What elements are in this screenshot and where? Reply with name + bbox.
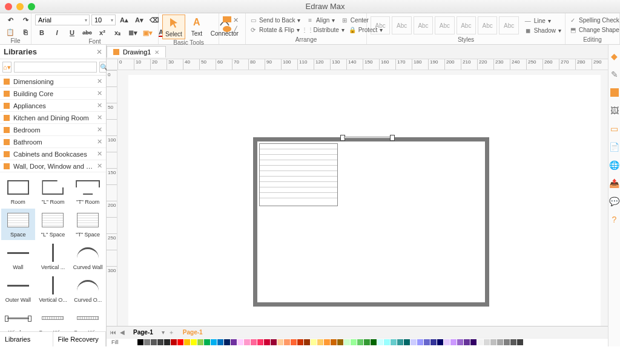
change-shape-icon[interactable]: ⬒ (569, 26, 576, 33)
space-shape[interactable] (259, 143, 338, 206)
color-swatch[interactable] (444, 339, 450, 345)
color-swatch[interactable] (377, 339, 383, 345)
color-swatch[interactable] (397, 339, 403, 345)
color-swatch[interactable] (457, 339, 463, 345)
library-shape[interactable]: "L" Room (36, 176, 70, 207)
color-swatch[interactable] (331, 339, 337, 345)
library-shape[interactable]: Window (1, 307, 35, 331)
color-swatch[interactable] (131, 339, 137, 345)
color-swatch[interactable] (450, 339, 457, 345)
bullets-icon[interactable]: ≣▾ (126, 27, 139, 38)
paste-icon[interactable]: 📋 (4, 27, 17, 37)
line-shape-icon[interactable]: ╱ (233, 26, 237, 34)
canvas[interactable]: 050100150200250300 (107, 70, 608, 326)
rect-shape-icon[interactable] (223, 16, 231, 22)
library-category[interactable]: Wall, Door, Window and Structure✕ (0, 160, 106, 172)
align-icon[interactable]: ≡ (306, 16, 314, 24)
room-shape[interactable] (253, 137, 489, 307)
superscript-icon[interactable]: x² (96, 27, 109, 38)
color-swatch[interactable] (171, 339, 177, 345)
document-tab[interactable]: Drawing1 ✕ (107, 46, 166, 57)
color-swatch[interactable] (437, 339, 443, 345)
color-swatch[interactable] (284, 339, 290, 345)
fill-tool-icon[interactable]: ◆ (609, 51, 620, 62)
spellcheck-icon[interactable]: ✓ (569, 16, 576, 24)
library-shape[interactable]: "T" Room (71, 176, 105, 207)
help-icon[interactable]: ? (609, 214, 620, 225)
library-shape[interactable]: Vertical ... (36, 241, 70, 273)
style-preset[interactable]: Abc (478, 16, 497, 34)
underline-button[interactable]: U (65, 27, 79, 38)
decrease-font-icon[interactable]: A▾ (133, 15, 146, 25)
color-swatch[interactable] (470, 339, 477, 345)
color-swatch[interactable] (184, 339, 190, 345)
style-preset[interactable]: Abc (499, 16, 518, 34)
library-shape[interactable]: Wall (1, 241, 35, 273)
color-swatch[interactable] (244, 339, 250, 345)
page-prev-icon[interactable]: ◀ (120, 329, 125, 336)
color-swatch[interactable] (251, 339, 257, 345)
library-shape[interactable]: Outer Wall (1, 274, 35, 305)
color-swatch[interactable] (477, 339, 483, 345)
page-setup-icon[interactable]: 📄 (609, 141, 620, 152)
door-shape[interactable] (340, 135, 395, 141)
highlight-icon[interactable]: ▣▾ (141, 27, 154, 38)
library-shape[interactable]: Open Win... (71, 307, 105, 331)
drawing-page[interactable] (128, 75, 601, 326)
color-swatch[interactable] (231, 339, 237, 345)
font-family-select[interactable]: Arial (35, 15, 90, 25)
library-shape[interactable]: Space (1, 209, 35, 240)
color-swatch[interactable] (277, 339, 283, 345)
add-page-icon[interactable]: ＋ (168, 328, 174, 337)
color-swatch[interactable] (364, 339, 370, 345)
page-tab[interactable]: Page-1 (128, 328, 158, 337)
library-shape[interactable]: Curved Wall (71, 241, 105, 273)
library-category[interactable]: Dimensioning✕ (0, 76, 106, 88)
color-swatch[interactable] (177, 339, 183, 345)
color-swatch[interactable] (391, 339, 397, 345)
library-shape[interactable]: "T" Space (71, 209, 105, 240)
close-tab-icon[interactable]: ✕ (154, 49, 159, 56)
strike-button[interactable]: abc (81, 27, 94, 38)
color-swatch[interactable] (264, 339, 270, 345)
library-category[interactable]: Bathroom✕ (0, 136, 106, 148)
delete-icon[interactable]: ✕ (233, 16, 239, 24)
libraries-tab[interactable]: Libraries (0, 332, 53, 346)
color-swatch[interactable] (237, 339, 243, 345)
subscript-icon[interactable]: x₂ (111, 27, 124, 38)
color-swatch[interactable] (137, 339, 143, 345)
color-swatch[interactable] (304, 339, 310, 345)
italic-button[interactable]: I (50, 27, 64, 38)
home-icon[interactable]: ⌂▾ (2, 62, 12, 73)
color-swatch[interactable] (411, 339, 417, 345)
color-swatch[interactable] (291, 339, 297, 345)
color-swatch[interactable] (497, 339, 503, 345)
bold-button[interactable]: B (35, 27, 48, 38)
color-swatch[interactable] (204, 339, 210, 345)
page-tab-active[interactable]: Page-1 (178, 328, 208, 337)
color-swatch[interactable] (224, 339, 230, 345)
color-swatch[interactable] (384, 339, 390, 345)
color-swatch[interactable] (297, 339, 303, 345)
color-swatch[interactable] (404, 339, 410, 345)
library-shape[interactable]: Room (1, 176, 35, 207)
file-recovery-tab[interactable]: File Recovery (53, 332, 107, 346)
font-size-select[interactable]: 10 (91, 15, 116, 25)
color-swatch[interactable] (424, 339, 430, 345)
copy-icon[interactable]: ⎘ (19, 27, 32, 37)
color-swatch[interactable] (337, 339, 343, 345)
color-swatch[interactable] (271, 339, 277, 345)
library-category[interactable]: Kitchen and Dining Room✕ (0, 112, 106, 124)
color-swatch[interactable] (211, 339, 217, 345)
rotate-icon[interactable]: ⟳ (249, 26, 257, 33)
color-swatch[interactable] (164, 339, 170, 345)
library-category[interactable]: Appliances✕ (0, 100, 106, 112)
color-swatch[interactable] (430, 339, 437, 345)
color-swatch[interactable] (464, 339, 470, 345)
style-preset[interactable]: Abc (435, 16, 454, 34)
distribute-icon[interactable]: ⋮⋮ (304, 26, 311, 33)
protect-icon[interactable]: 🔒 (349, 26, 356, 33)
color-swatch[interactable] (157, 339, 163, 345)
color-swatch[interactable] (257, 339, 263, 345)
color-swatch[interactable] (191, 339, 197, 345)
